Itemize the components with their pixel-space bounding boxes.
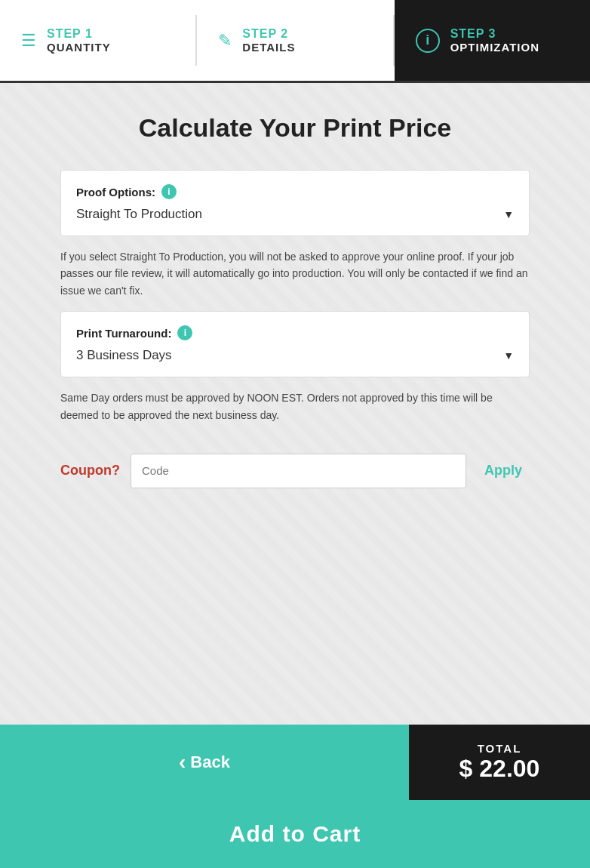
step2-label: DETAILS [242,41,295,54]
step1-label: QUANTITY [47,41,111,54]
print-turnaround-label: Print Turnaround: i [76,325,514,340]
step3-label: OPTIMIZATION [450,41,539,54]
steps-header: ☰ STEP 1 QUANTITY ✎ STEP 2 DETAILS i STE… [0,0,590,83]
step3-num: STEP 3 [450,27,539,41]
step3-text: STEP 3 OPTIMIZATION [450,27,539,54]
main-content: Calculate Your Print Price Proof Options… [0,83,590,725]
print-turnaround-value: 3 Business Days [76,348,172,363]
step2-num: STEP 2 [242,27,295,41]
edit-icon: ✎ [218,31,232,51]
add-to-cart-button[interactable]: Add to Cart [0,800,590,868]
total-block: TOTAL $ 22.00 [409,725,590,800]
step2-text: STEP 2 DETAILS [242,27,295,54]
list-icon: ☰ [21,31,36,51]
print-turnaround-info-icon[interactable]: i [177,325,192,340]
coupon-label: Coupon? [60,463,120,479]
step1[interactable]: ☰ STEP 1 QUANTITY [0,0,195,81]
step3[interactable]: i STEP 3 OPTIMIZATION [395,0,590,81]
print-turnaround-select[interactable]: 3 Business Days ▼ [76,348,514,363]
page-title: Calculate Your Print Price [139,113,451,143]
chevron-left-icon [179,752,186,774]
print-turnaround-description: Same Day orders must be approved by NOON… [60,389,530,423]
proof-options-select[interactable]: Straight To Production ▼ [76,207,514,222]
print-turnaround-dropdown-arrow: ▼ [503,349,514,362]
print-turnaround-card: Print Turnaround: i 3 Business Days ▼ [60,311,530,377]
proof-options-dropdown-arrow: ▼ [503,208,514,220]
proof-options-value: Straight To Production [76,207,202,222]
total-label: TOTAL [478,742,522,755]
apply-button[interactable]: Apply [477,463,530,479]
info-circle-icon: i [416,29,440,53]
step1-num: STEP 1 [47,27,111,41]
coupon-row: Coupon? Apply [60,454,530,488]
proof-options-card: Proof Options: i Straight To Production … [60,170,530,236]
coupon-input[interactable] [131,454,466,488]
step1-text: STEP 1 QUANTITY [47,27,111,54]
back-button[interactable]: Back [0,725,409,800]
bottom-bar: Back TOTAL $ 22.00 [0,725,590,800]
proof-options-description: If you select Straight To Production, yo… [60,248,530,299]
proof-options-info-icon[interactable]: i [161,184,177,199]
back-label: Back [190,753,230,772]
proof-options-label: Proof Options: i [76,184,514,199]
step2[interactable]: ✎ STEP 2 DETAILS [197,0,392,81]
total-amount: $ 22.00 [459,755,540,783]
